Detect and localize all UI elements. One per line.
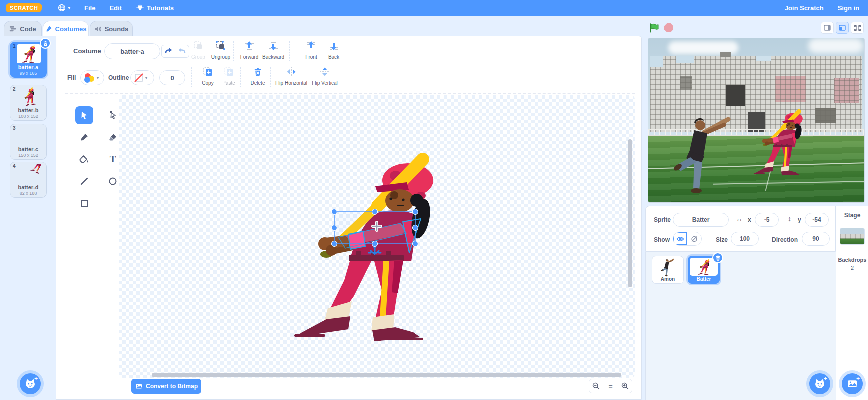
- direction-input[interactable]: [802, 232, 830, 246]
- choose-sprite-button[interactable]: +: [809, 374, 830, 394]
- green-flag-button[interactable]: [649, 23, 659, 33]
- backward-icon: [268, 40, 279, 52]
- rectangle-icon: [80, 199, 89, 208]
- language-menu[interactable]: ▾: [51, 0, 77, 16]
- fullscreen-button[interactable]: [851, 22, 864, 34]
- delete-sprite-button[interactable]: [712, 252, 723, 264]
- costume-item-batter-b[interactable]: 2 batter-b 108 x 152: [10, 85, 47, 121]
- direction-label: Direction: [772, 236, 798, 244]
- convert-to-bitmap-button[interactable]: Convert to Bitmap: [131, 379, 201, 394]
- ungroup-button[interactable]: Ungroup: [209, 40, 232, 60]
- stage-sprite-batter[interactable]: [753, 106, 804, 176]
- costume-name-input[interactable]: [104, 44, 160, 60]
- show-visible-button[interactable]: [673, 232, 687, 246]
- group-button: Group: [187, 40, 210, 60]
- sprite-item-batter[interactable]: Batter: [688, 256, 720, 284]
- costume-item-batter-c[interactable]: 3 batter-c 150 x 152: [10, 124, 47, 160]
- delete-button[interactable]: Delete: [246, 66, 269, 86]
- small-stage-button[interactable]: [821, 22, 834, 34]
- backdrops-count: 2: [836, 265, 868, 271]
- tool-select[interactable]: [75, 106, 93, 124]
- x-input[interactable]: [755, 213, 779, 227]
- code-blocks-icon: [9, 26, 17, 32]
- choose-backdrop-button[interactable]: +: [842, 374, 863, 394]
- undo-redo-group: [161, 45, 189, 58]
- tool-rectangle[interactable]: [75, 194, 93, 212]
- flip-vertical-button[interactable]: Flip Vertical: [310, 66, 339, 86]
- stage-preview[interactable]: [648, 38, 865, 203]
- small-stage-icon: [824, 25, 831, 31]
- front-button[interactable]: Front: [300, 40, 323, 60]
- stage-selector-panel[interactable]: Stage Backdrops 2 +: [836, 206, 868, 400]
- tab-costumes[interactable]: Costumes: [43, 21, 89, 36]
- paint-canvas[interactable]: [119, 96, 635, 378]
- backdrops-label: Backdrops: [836, 257, 868, 263]
- outline-width-input[interactable]: [159, 70, 185, 86]
- scratch-logo[interactable]: SCRATCH: [6, 4, 42, 12]
- delete-costume-button[interactable]: [40, 38, 51, 49]
- canvas-vertical-scrollbar[interactable]: [628, 140, 632, 288]
- tab-code[interactable]: Code: [4, 21, 42, 36]
- join-scratch-link[interactable]: Join Scratch: [778, 0, 831, 16]
- show-hidden-button[interactable]: [687, 232, 701, 246]
- large-stage-button[interactable]: [836, 22, 849, 34]
- eraser-icon: [108, 133, 117, 142]
- sprite-thumbnail: [657, 258, 679, 278]
- fill-swatch[interactable]: ▾: [80, 70, 104, 86]
- tutorials-menu[interactable]: Tutorials: [129, 0, 181, 16]
- zoom-reset-button[interactable]: =: [603, 379, 618, 394]
- edit-menu[interactable]: Edit: [102, 0, 129, 16]
- copy-button[interactable]: Copy: [196, 66, 219, 86]
- trash-blue-icon: [253, 66, 263, 78]
- flip-horizontal-button[interactable]: Flip Horizontal: [275, 66, 307, 86]
- back-button[interactable]: Back: [322, 40, 345, 60]
- trash-icon: [715, 255, 721, 262]
- canvas-horizontal-scrollbar[interactable]: [152, 373, 621, 378]
- zoom-out-button[interactable]: [589, 379, 603, 394]
- sign-in-link[interactable]: Sign in: [831, 0, 866, 16]
- tab-sounds[interactable]: Sounds: [90, 21, 133, 36]
- forward-icon: [244, 40, 255, 52]
- costume-item-batter-a[interactable]: 1 batter-a 99 x 165: [10, 42, 47, 78]
- tool-line[interactable]: [75, 172, 93, 190]
- toolbar-divider: [233, 42, 234, 62]
- cloud: [808, 38, 863, 54]
- chevron-down-icon: ▾: [68, 6, 70, 10]
- choose-costume-button[interactable]: +: [20, 374, 41, 394]
- fullscreen-icon: [854, 25, 861, 32]
- toolbar-divider: [191, 68, 192, 88]
- backward-button[interactable]: Backward: [262, 40, 285, 60]
- redo-icon: [178, 48, 186, 55]
- plus-icon: +: [34, 376, 38, 382]
- undo-button[interactable]: [161, 45, 175, 58]
- fill-label: Fill: [67, 74, 76, 82]
- forward-button[interactable]: Forward: [238, 40, 261, 60]
- file-menu[interactable]: File: [77, 0, 102, 16]
- outline-swatch[interactable]: ▾: [130, 70, 154, 86]
- costume-name-label: Costume: [73, 48, 101, 55]
- size-input[interactable]: [731, 232, 759, 246]
- y-label: y: [798, 216, 801, 224]
- sprite-item-amon[interactable]: Amon: [652, 256, 684, 284]
- backdrop-thumbnail[interactable]: [840, 228, 865, 245]
- show-label: Show: [654, 236, 670, 244]
- costume-thumbnail: [17, 164, 41, 184]
- paint-editor: Costume Group Ungroup Forward: [56, 36, 642, 400]
- stage-sprite-amon[interactable]: [672, 112, 732, 198]
- chevron-down-icon: ▾: [97, 76, 99, 80]
- zoom-in-button[interactable]: [618, 379, 632, 394]
- sprite-name-input[interactable]: [673, 213, 729, 227]
- globe-icon: [58, 4, 66, 12]
- y-input[interactable]: [805, 213, 829, 227]
- tool-fill[interactable]: [75, 150, 93, 168]
- costume-item-batter-d[interactable]: 4 batter-d 82 x 188: [10, 162, 47, 198]
- brush-icon: [80, 133, 89, 142]
- flip-vertical-icon: [319, 66, 330, 78]
- brush-icon: [45, 26, 52, 32]
- toolbar-divider: [270, 68, 271, 88]
- tool-brush[interactable]: [75, 128, 93, 146]
- toolbar-divider: [240, 68, 241, 88]
- zoom-controls: =: [589, 379, 632, 394]
- stop-button[interactable]: [664, 24, 673, 32]
- zoom-out-icon: [592, 382, 600, 390]
